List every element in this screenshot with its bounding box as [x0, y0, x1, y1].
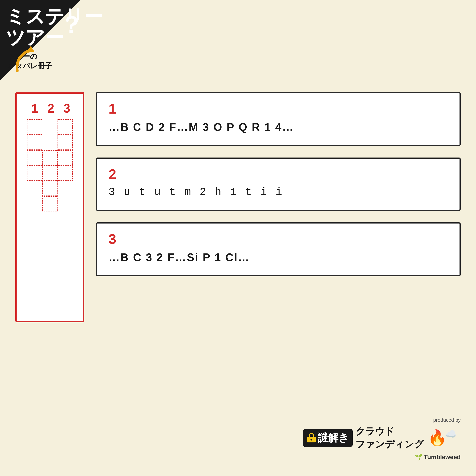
title-block: ミステリー ツアー: [6, 6, 103, 48]
booklet-panel: 1 2 3: [15, 92, 84, 322]
grid-cell-r5c2: [42, 181, 58, 196]
grid-cell-r4c1: [27, 165, 42, 181]
grid-cell-r4c3: [58, 165, 73, 181]
clue-text-2: 3 u t u t m 2 h 1 t i i: [109, 186, 448, 198]
grid-header-1: 1: [27, 101, 43, 116]
grid-header-2: 2: [43, 101, 58, 116]
grid-cell-r6c3-empty: [58, 196, 73, 212]
tumbleweed-icon: 🌱: [415, 453, 423, 461]
logo-badge: 謎解き クラウド ファンディング 🔥 ☁️: [303, 425, 461, 451]
grid-cell-r5c3-empty: [58, 181, 73, 196]
grid-headers: 1 2 3: [25, 101, 75, 116]
grid-cell-r4c2: [42, 165, 58, 181]
logo-area: produced by 謎解き クラウド ファンディング 🔥 ☁️ 🌱 Tumb…: [303, 417, 461, 461]
grid-cell-r3c2: [42, 150, 58, 165]
grid-cell-r1c2-empty: [42, 119, 58, 135]
grid-cell-r6c2: [42, 196, 58, 212]
clue-box-1: 1 …B C D 2 F…M 3 O P Q R 1 4…: [96, 92, 461, 146]
clue-box-2: 2 3 u t u t m 2 h 1 t i i: [96, 158, 461, 211]
grid-cell-r1c3: [58, 119, 73, 135]
fire-icon: 🔥: [428, 429, 447, 447]
grid-cell-r2c3: [58, 135, 73, 150]
clue-text-3: …B C 3 2 F…Si P 1 Cl…: [109, 251, 448, 264]
clue-number-3: 3: [109, 231, 448, 247]
grid-cell-r2c1: [27, 135, 42, 150]
clues-panel: 1 …B C D 2 F…M 3 O P Q R 1 4… 2 3 u t u …: [96, 92, 461, 276]
grid-header-3: 3: [59, 101, 74, 116]
grid-cell-r2c2-empty: [42, 135, 58, 150]
cross-grid: [27, 119, 73, 212]
grid-cell-r3c1: [27, 150, 42, 165]
crowdfunding-line2: ファンディング: [355, 438, 424, 451]
grid-cell-r1c1: [27, 119, 42, 135]
crowdfunding-line1: クラウド: [355, 425, 394, 438]
nazo-text: 謎解き: [318, 431, 349, 445]
cloud-icon: ☁️: [445, 428, 457, 440]
svg-marker-0: [27, 46, 34, 53]
clue-text-1: …B C D 2 F…M 3 O P Q R 1 4…: [109, 121, 448, 133]
arrow-icon: [12, 44, 42, 75]
grid-cell-r3c3: [58, 150, 73, 165]
title-line1: ミステリー: [6, 6, 103, 27]
clue-box-3: 3 …B C 3 2 F…Si P 1 Cl…: [96, 222, 461, 276]
clue-number-1: 1: [109, 101, 448, 117]
question-mark: ？: [59, 10, 83, 41]
produced-by-text: produced by: [433, 417, 461, 423]
clue-number-2: 2: [109, 166, 448, 182]
grid-cell-r6c1-empty: [27, 196, 42, 212]
brand-text: Tumbleweed: [424, 454, 461, 461]
main-content: 1 2 3: [15, 92, 461, 322]
grid-cell-r5c1-empty: [27, 181, 42, 196]
